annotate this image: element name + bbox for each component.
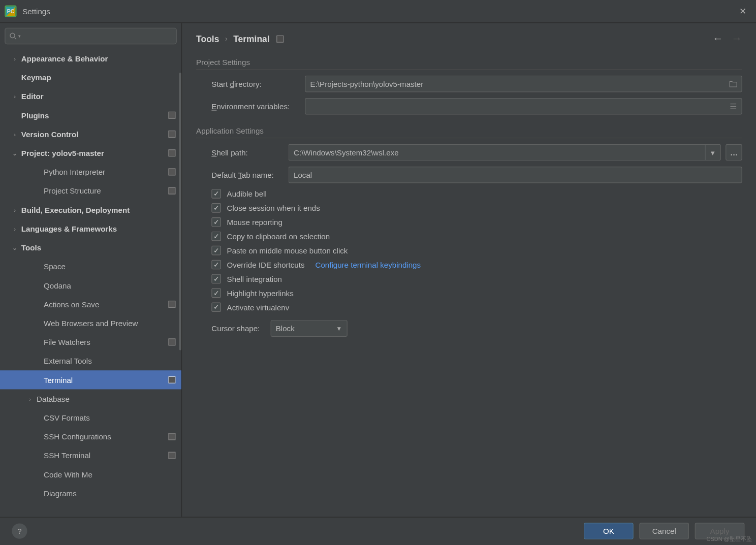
checkbox-shell-integration[interactable] [211,274,221,284]
window-title: Settings [22,7,50,15]
nav-label: Keymap [21,73,176,82]
nav-item-ssh-terminal[interactable]: ›SSH Terminal [0,446,181,465]
chevron-icon: › [11,131,19,138]
crumb-tools[interactable]: Tools [196,34,219,44]
nav-item-languages-frameworks[interactable]: ›Languages & Frameworks [0,219,181,238]
checkbox-paste-on-middle-mouse-button-click[interactable] [211,246,221,255]
checkbox-mouse-reporting[interactable] [211,217,221,227]
nav-item-code-with-me[interactable]: ›Code With Me [0,465,181,484]
checkbox-label: Mouse reporting [227,218,282,227]
chevron-icon: › [11,206,19,213]
cursor-shape-value: Block [276,324,295,333]
nav-item-file-watchers[interactable]: ›File Watchers [0,333,181,351]
scope-icon [168,131,175,138]
shell-path-input[interactable]: C:\Windows\System32\wsl.exe ▾ [289,144,721,161]
scrollbar[interactable] [179,73,181,350]
nav-label: Version Control [21,130,169,138]
checkbox-label: Paste on middle mouse button click [227,246,348,254]
search-dropdown-icon[interactable]: ▾ [18,34,21,39]
nav-item-tools[interactable]: ⌄Tools [0,238,181,257]
tab-name-input[interactable]: Local [289,167,742,183]
checkbox-activate-virtualenv[interactable] [211,302,221,312]
nav-item-version-control[interactable]: ›Version Control [0,124,181,143]
scope-icon [168,149,175,156]
nav-label: Languages & Frameworks [21,224,176,233]
nav-item-qodana[interactable]: ›Qodana [0,276,181,295]
ok-button[interactable]: OK [584,523,634,539]
nav-item-keymap[interactable]: ›Keymap [0,68,181,87]
nav-item-appearance-behavior[interactable]: ›Appearance & Behavior [0,49,181,68]
forward-button: → [732,33,742,45]
checkbox-close-session-when-it-ends[interactable] [211,203,221,213]
nav-item-python-interpreter[interactable]: ›Python Interpreter [0,163,181,181]
sidebar: ▾ ›Appearance & Behavior›Keymap›Editor›P… [0,23,182,517]
scope-icon [277,35,284,42]
nav-item-ssh-configurations[interactable]: ›SSH Configurations [0,427,181,446]
folder-icon[interactable] [728,78,739,90]
cancel-button[interactable]: Cancel [639,523,689,539]
nav-label: Diagrams [44,489,175,497]
crumb-terminal: Terminal [233,34,269,44]
nav-item-terminal[interactable]: ›Terminal [0,370,181,389]
checkbox-label: Activate virtualenv [227,303,290,311]
back-button[interactable]: ← [713,33,723,45]
checkbox-label: Copy to clipboard on selection [227,232,330,240]
tab-name-value: Local [294,171,312,179]
chevron-icon: ⌄ [11,244,19,251]
nav-label: Actions on Save [44,300,168,308]
titlebar: PC Settings ✕ [0,0,756,22]
env-variables-input[interactable] [305,98,742,115]
section-project: Project Settings [196,58,742,70]
nav-item-database[interactable]: ›Database [0,389,181,408]
configure-keybindings-link[interactable]: Configure terminal keybindings [315,260,421,269]
chevron-right-icon: › [225,35,228,43]
scope-icon [168,187,175,195]
search-icon [9,32,17,40]
nav-label: Python Interpreter [44,168,168,176]
browse-button[interactable]: … [726,144,742,161]
breadcrumb: Tools › Terminal ← → [196,33,742,45]
chevron-icon: › [26,396,34,402]
cursor-shape-select[interactable]: Block ▼ [270,320,347,337]
nav-label: SSH Configurations [44,432,168,441]
start-directory-value: E:\Projects-python\yolov5-master [310,79,424,88]
search-input[interactable]: ▾ [5,28,176,45]
start-directory-input[interactable]: E:\Projects-python\yolov5-master [305,76,742,92]
nav-item-project-structure[interactable]: ›Project Structure [0,181,181,200]
nav-label: Plugins [21,111,169,119]
nav-item-external-tools[interactable]: ›External Tools [0,351,181,370]
nav-item-csv-formats[interactable]: ›CSV Formats [0,408,181,427]
svg-line-1 [15,38,16,39]
nav-item-web-browsers-and-preview[interactable]: ›Web Browsers and Preview [0,314,181,333]
content-pane: Tools › Terminal ← → Project Settings St… [182,23,756,517]
nav-item-project-yolov5-master[interactable]: ⌄Project: yolov5-master [0,144,181,163]
nav-item-space[interactable]: ›Space [0,257,181,276]
list-icon[interactable] [728,101,739,112]
nav-label: Editor [21,92,176,101]
checkbox-label: Close session when it ends [227,204,320,212]
scope-icon [168,338,175,345]
nav-label: Web Browsers and Preview [44,318,175,327]
chevron-down-icon[interactable]: ▾ [705,145,720,160]
scope-icon [168,301,175,308]
nav-label: Appearance & Behavior [21,54,176,62]
settings-tree: ›Appearance & Behavior›Keymap›Editor›Plu… [0,47,181,507]
nav-item-diagrams[interactable]: ›Diagrams [0,484,181,502]
close-icon[interactable]: ✕ [735,4,752,19]
checkbox-override-ide-shortcuts[interactable] [211,260,221,270]
label-shell: Shell path: [211,148,288,156]
nav-item-editor[interactable]: ›Editor [0,87,181,106]
nav-label: SSH Terminal [44,451,168,460]
nav-item-actions-on-save[interactable]: ›Actions on Save [0,295,181,313]
nav-label: Space [44,262,175,271]
help-button[interactable]: ? [12,524,27,539]
checkbox-copy-to-clipboard-on-selection[interactable] [211,232,221,241]
nav-label: Qodana [44,281,175,290]
nav-label: CSV Formats [44,413,175,422]
checkbox-audible-bell[interactable] [211,189,221,199]
checkbox-label: Shell integration [227,274,282,283]
nav-label: Code With Me [44,470,175,478]
nav-item-plugins[interactable]: ›Plugins [0,106,181,124]
checkbox-highlight-hyperlinks[interactable] [211,288,221,298]
nav-item-build-execution-deployment[interactable]: ›Build, Execution, Deployment [0,200,181,219]
